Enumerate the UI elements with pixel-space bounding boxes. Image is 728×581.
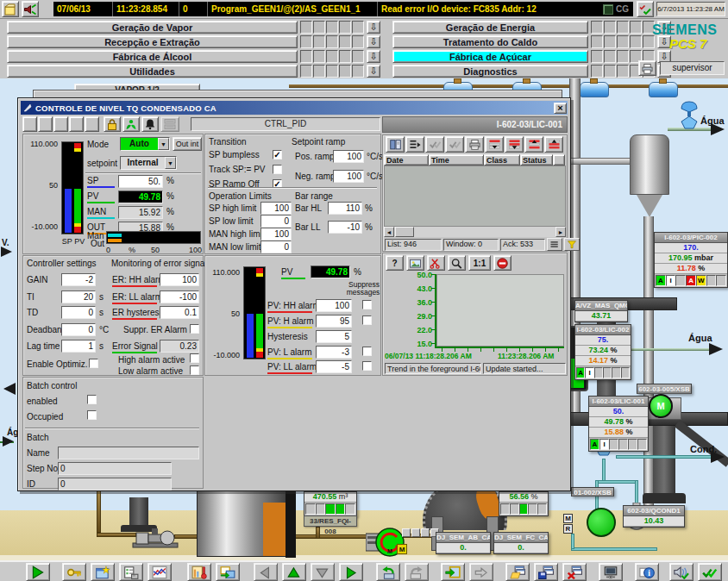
setpoint-dropdown-icon[interactable]: ▼ [165, 157, 176, 169]
alarm-list-button[interactable] [386, 136, 405, 153]
batch-occupied-checkbox[interactable] [87, 410, 97, 420]
op-limit-field-3[interactable]: 0 [260, 241, 292, 253]
low-alarm-checkbox[interactable] [190, 365, 199, 375]
faceplate-view-button[interactable] [22, 116, 37, 132]
tag-percent[interactable]: 56.56 % [499, 491, 549, 516]
new-note-button[interactable] [2, 1, 19, 17]
optimize-checkbox[interactable] [89, 359, 98, 368]
bar-range-field-0[interactable]: 110 [328, 202, 362, 215]
trend-picture-button[interactable] [406, 255, 424, 271]
nav-down-button[interactable] [311, 563, 335, 581]
scroll-right-button[interactable]: ► [555, 227, 566, 237]
tag-volume[interactable]: 470.55 m³ [304, 491, 357, 516]
control-valve-top[interactable] [678, 100, 700, 131]
faceplate-view-button[interactable] [85, 116, 99, 132]
faceplate-view-button[interactable] [53, 116, 68, 132]
setpoint-combo[interactable]: Internal▼ [120, 156, 177, 170]
controller-field-ti[interactable]: 20 [61, 290, 96, 303]
alarm-column-header-Class[interactable]: Class [484, 154, 520, 166]
nav-right-button[interactable] [339, 563, 363, 581]
tag-xsb002[interactable]: 01-002/XSB [571, 487, 614, 497]
trend-1to1-button[interactable]: 1:1 [468, 255, 491, 271]
print-button[interactable] [638, 60, 656, 76]
tag-xsb005[interactable]: 602-03-005/XSB [637, 384, 692, 394]
faceplate-view-button[interactable] [69, 116, 84, 132]
process-tag-I-602-03/LIC-002[interactable]: I-602-03/LIC-00275.73.24 %14.17 %AI [574, 324, 631, 380]
op-limit-field-2[interactable]: 100 [260, 228, 292, 241]
process-tag-602-03/QCOND1[interactable]: 602-03/QCOND110.43 [623, 505, 685, 528]
dialog-titlebar[interactable]: CONTROLE DE NIVEL TQ CONDENSADO CA [21, 101, 568, 115]
process-tag-I-602-03/LIC-001[interactable]: I-602-03/LIC-00150.49.78 %15.88 %AI [588, 396, 649, 452]
batch-name-field[interactable] [58, 447, 199, 459]
ack-visible-button[interactable] [637, 1, 654, 17]
trend-button[interactable] [147, 563, 172, 581]
pv-alarm-field-4[interactable]: -5 [316, 360, 352, 373]
mode-combo[interactable]: Auto▼ [120, 137, 170, 151]
alarm-column-header-Status[interactable]: Status [520, 154, 553, 166]
nav-left-button[interactable] [254, 563, 278, 581]
forward-button[interactable] [469, 563, 493, 581]
alarm-print-button[interactable] [465, 136, 484, 153]
scroll-thumb[interactable] [395, 227, 414, 237]
nav-button-left-0[interactable]: Geração de Vapor [7, 21, 298, 34]
alarm-column-header-stub[interactable] [553, 154, 565, 166]
scroll-left-button[interactable]: ◄ [384, 227, 394, 237]
lock-button[interactable] [104, 116, 121, 132]
process-tag-I-602-03/PIC-002[interactable]: I-602-03/PIC-002170.170.95 mbar11.78 %AI… [654, 232, 728, 288]
last-message-button[interactable] [505, 136, 524, 153]
transition-checkbox-1[interactable] [273, 165, 282, 174]
alarm-bell-button[interactable] [141, 116, 159, 132]
status-rows-button[interactable] [547, 238, 562, 251]
monitoring-field-0[interactable]: 100 [160, 273, 199, 286]
controller-field-deadband[interactable]: 0 [61, 323, 96, 336]
pump-xsb002[interactable] [587, 508, 616, 537]
nav-expand-button[interactable]: ⇩ [367, 21, 380, 34]
picture-swap-button[interactable] [216, 563, 240, 581]
nav-button-left-1[interactable]: Recepção e Extração [7, 35, 298, 48]
picture-new-button[interactable] [91, 563, 115, 581]
next-message-button[interactable] [524, 136, 543, 153]
ack-single-button[interactable] [425, 136, 444, 153]
nav-button-right-2[interactable]: Fábrica de Açúcar [392, 50, 588, 63]
nav-button-right-3[interactable]: Diagnostics [392, 65, 588, 78]
ack-visible-button[interactable] [445, 136, 464, 153]
key-button[interactable] [62, 563, 86, 581]
settings-button[interactable] [160, 116, 179, 132]
tag-fqi[interactable]: 33/RES_FQI-008 [304, 515, 357, 527]
nav-button-right-1[interactable]: Tratamento do Caldo [392, 35, 588, 48]
pv-alarm-field-2[interactable]: 5 [316, 330, 352, 343]
batch-id-field[interactable]: 0 [58, 478, 172, 490]
pv-alarm-checkbox-3[interactable] [362, 347, 372, 356]
pv-alarm-checkbox-1[interactable] [362, 315, 372, 325]
batch-step-field[interactable]: 0 [58, 462, 172, 475]
alarm-ack-button[interactable] [22, 1, 39, 17]
suppress-er-checkbox[interactable] [190, 324, 199, 334]
high-alarm-checkbox[interactable] [190, 353, 199, 363]
prev-message-button[interactable] [544, 136, 563, 153]
trend-cut-button[interactable] [427, 255, 445, 271]
alarm-column-header-Date[interactable]: Date [384, 154, 429, 166]
alarm-column-header-Time[interactable]: Time [429, 154, 484, 166]
windows-open-button[interactable] [505, 563, 530, 581]
nav-expand-button[interactable]: ⇩ [367, 65, 380, 78]
nav-button-left-2[interactable]: Fábrica de Álcool [7, 50, 298, 63]
nav-expand-button[interactable]: ⇩ [367, 35, 380, 48]
trend-help-button[interactable]: ? [386, 255, 404, 271]
transition-checkbox-0[interactable]: ✓ [273, 150, 282, 159]
nav-up-button[interactable] [282, 563, 306, 581]
nav-expand-button[interactable]: ⇩ [367, 50, 380, 63]
info-button[interactable]: i [635, 563, 659, 581]
process-tag-A/VZ_MAS_QMC[interactable]: A/VZ_MAS_QMC43.71 [574, 300, 628, 322]
pv-alarm-checkbox-4[interactable] [362, 361, 372, 371]
tag-dj-ab[interactable]: DJ_SEM_AB_CA0. [436, 532, 491, 554]
dialog-close-button[interactable]: × [554, 103, 567, 114]
sound-button[interactable] [669, 563, 693, 581]
trend-zoom-button[interactable] [448, 255, 466, 271]
run-button[interactable] [26, 563, 50, 581]
monitoring-field-1[interactable]: -100 [160, 290, 199, 303]
ack-all-button[interactable] [698, 563, 722, 581]
measure-button[interactable] [187, 563, 211, 581]
first-message-button[interactable] [485, 136, 504, 153]
nav-button-right-0[interactable]: Geração de Energia [392, 21, 588, 34]
pv-alarm-field-1[interactable]: 95 [316, 315, 352, 328]
